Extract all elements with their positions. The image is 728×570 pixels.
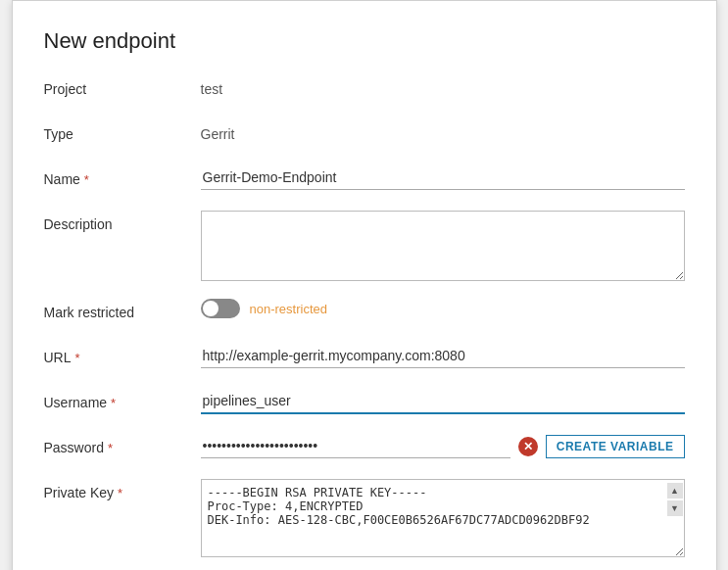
mark-restricted-status: non-restricted [250,302,327,316]
password-clear-button[interactable]: ✕ [518,437,538,456]
mark-restricted-label: Mark restricted [44,299,201,320]
username-input[interactable] [201,389,685,414]
mark-restricted-control: non-restricted [201,299,327,318]
project-value: test [201,75,223,97]
type-label: Type [44,120,201,142]
username-row: Username * [44,389,685,420]
password-required-star: * [108,441,113,455]
toggle-track [201,299,240,318]
password-label: Password * [44,434,201,455]
scroll-up-arrow[interactable]: ▲ [667,483,683,499]
mark-restricted-toggle[interactable] [201,299,240,318]
private-key-label: Private Key * [44,479,201,500]
private-key-wrapper: -----BEGIN RSA PRIVATE KEY----- Proc-Typ… [201,479,685,561]
url-input[interactable] [201,344,685,368]
type-value: Gerrit [201,120,235,142]
project-row: Project test [44,75,685,107]
type-row: Type Gerrit [44,120,685,152]
description-input[interactable] [201,211,685,281]
name-label: Name * [44,166,201,187]
password-create-variable-button[interactable]: CREATE VARIABLE [546,435,685,458]
password-input[interactable] [201,434,510,458]
name-input[interactable] [201,166,685,190]
mark-restricted-row: Mark restricted non-restricted [44,299,685,330]
private-key-input[interactable]: -----BEGIN RSA PRIVATE KEY----- Proc-Typ… [201,479,685,557]
project-label: Project [44,75,201,97]
password-row: Password * ✕ CREATE VARIABLE [44,434,685,465]
description-row: Description [44,211,685,285]
name-required-star: * [84,172,89,187]
url-required-star: * [75,351,80,365]
new-endpoint-dialog: New endpoint Project test Type Gerrit Na… [12,0,717,570]
url-row: URL * [44,344,685,375]
password-field-group: ✕ CREATE VARIABLE [201,434,685,458]
username-required-star: * [111,396,116,410]
private-key-required-star: * [118,486,122,500]
scroll-down-arrow[interactable]: ▼ [667,500,683,516]
private-key-row: Private Key * -----BEGIN RSA PRIVATE KEY… [44,479,685,561]
description-label: Description [44,211,201,232]
toggle-thumb [203,301,218,316]
dialog-title: New endpoint [44,28,685,54]
private-key-scrollbar: ▲ ▼ [667,483,683,516]
username-label: Username * [44,389,201,410]
url-label: URL * [44,344,201,365]
name-row: Name * [44,166,685,197]
